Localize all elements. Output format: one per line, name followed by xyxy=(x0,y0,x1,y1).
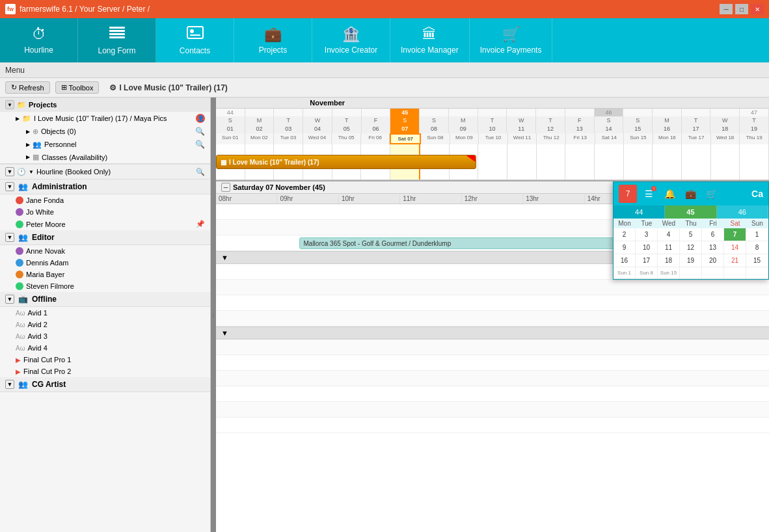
administration-group-header[interactable]: ▼ 👥 Administration xyxy=(0,180,210,194)
nav-contacts[interactable]: Contacts xyxy=(156,18,234,62)
editor-expand-icon[interactable]: ▼ xyxy=(221,254,228,261)
hourline-collapse[interactable]: ▼ xyxy=(5,167,14,176)
popup-cell-20[interactable]: 20 xyxy=(702,254,724,267)
person-anne-novak[interactable]: Anne Novak xyxy=(0,245,210,257)
dlabel-05[interactable]: Thu 05 xyxy=(332,133,361,144)
popup-cell-10[interactable]: 10 xyxy=(636,241,658,254)
popup-cell-13[interactable]: 13 xyxy=(702,241,724,254)
dlabel-07-selected[interactable]: Sat 07 xyxy=(390,133,421,144)
dlabel-19[interactable]: Thu 19 xyxy=(740,133,769,144)
popup-cell-16[interactable]: 16 xyxy=(614,254,636,267)
date-19[interactable]: 19 xyxy=(740,124,769,133)
dlabel-18[interactable]: Wed 18 xyxy=(711,133,740,144)
popup-cal-alert-icon[interactable]: 7 xyxy=(619,185,637,203)
refresh-button[interactable]: ↻ Refresh xyxy=(5,81,50,94)
popup-cal-cart-icon[interactable]: 🛒 xyxy=(702,185,720,203)
objects-item[interactable]: ▶ ⊕ Objects (0) 🔍 xyxy=(0,125,210,138)
date-12[interactable]: 12 xyxy=(536,124,565,133)
date-08[interactable]: 08 xyxy=(420,124,449,133)
dlabel-01[interactable]: Sun 01 xyxy=(216,133,245,144)
popup-cell-9[interactable]: 9 xyxy=(614,241,636,254)
window-controls[interactable]: ─ □ ✕ xyxy=(720,4,764,14)
popup-week-44[interactable]: 44 xyxy=(614,206,665,219)
menu-label[interactable]: Menu xyxy=(5,66,25,75)
dlabel-08[interactable]: Sun 08 xyxy=(421,133,450,144)
date-09[interactable]: 09 xyxy=(449,124,478,133)
popup-cell-18[interactable]: 18 xyxy=(658,254,680,267)
popup-cell-5[interactable]: 5 xyxy=(680,228,702,241)
dlabel-11[interactable]: Wed 11 xyxy=(508,133,537,144)
cgartist-group-header[interactable]: ▼ 👥 CG Artist xyxy=(0,377,210,392)
nav-invoice-manager[interactable]: 🏛 Invoice Manager xyxy=(390,18,470,62)
avid4-item[interactable]: Aω Avid 4 xyxy=(0,342,210,354)
date-06[interactable]: 06 xyxy=(362,124,391,133)
objects-search-icon[interactable]: 🔍 xyxy=(195,127,205,136)
popup-cell-1[interactable]: 1 xyxy=(746,228,768,241)
date-03[interactable]: 03 xyxy=(274,124,303,133)
project-item[interactable]: ▶ 📁 I Love Music (10" Trailer) (17) / Ma… xyxy=(0,112,210,125)
classes-item[interactable]: ▶ ▦ Classes (Availability) xyxy=(0,151,210,163)
avid3-item[interactable]: Aω Avid 3 xyxy=(0,330,210,342)
offline-group-header[interactable]: ▼ 📺 Offline xyxy=(0,292,210,307)
popup-cell-2[interactable]: 2 xyxy=(614,228,636,241)
nav-invoice-payments[interactable]: 🛒 Invoice Payments xyxy=(470,18,553,62)
date-02[interactable]: 02 xyxy=(245,124,275,133)
dlabel-09[interactable]: Mon 09 xyxy=(450,133,479,144)
date-15[interactable]: 15 xyxy=(623,124,653,133)
dlabel-17[interactable]: Tue 17 xyxy=(682,133,711,144)
popup-cell-15[interactable]: 15 xyxy=(746,254,768,267)
date-14[interactable]: 14 xyxy=(595,124,624,133)
avid2-item[interactable]: Aω Avid 2 xyxy=(0,319,210,330)
date-07[interactable]: 07 xyxy=(390,124,420,133)
nav-longform[interactable]: Long Form xyxy=(78,18,156,62)
dlabel-02[interactable]: Mon 02 xyxy=(245,133,275,144)
personnel-search-icon[interactable]: 🔍 xyxy=(195,140,205,149)
dlabel-04[interactable]: Wed 04 xyxy=(303,133,332,144)
dlabel-06[interactable]: Fri 06 xyxy=(361,133,390,144)
popup-cell-sun-1-label[interactable]: Sun 1 xyxy=(614,267,636,279)
date-10[interactable]: 10 xyxy=(478,124,507,133)
popup-week-46[interactable]: 46 xyxy=(717,206,768,219)
nav-projects[interactable]: 💼 Projects xyxy=(234,18,312,62)
popup-cell-17[interactable]: 17 xyxy=(636,254,658,267)
close-button[interactable]: ✕ xyxy=(751,4,764,14)
projects-expand[interactable]: ▼ xyxy=(5,100,14,109)
hourline-search-icon[interactable]: 🔍 xyxy=(196,168,205,176)
popup-cell-6[interactable]: 6 xyxy=(702,228,724,241)
date-16[interactable]: 16 xyxy=(653,124,682,133)
date-18[interactable]: 18 xyxy=(710,124,740,133)
popup-cell-sun-8-label[interactable]: Sun 8 xyxy=(636,267,658,279)
resize-handle[interactable]: ⋮ xyxy=(211,98,216,532)
date-04[interactable]: 04 xyxy=(303,124,332,133)
popup-cal-list-icon[interactable]: ☰ ! xyxy=(640,185,658,203)
nav-invoice-creator[interactable]: 🏦 Invoice Creator xyxy=(312,18,390,62)
popup-cell-12[interactable]: 12 xyxy=(680,241,702,254)
date-13[interactable]: 13 xyxy=(565,124,595,133)
popup-cell-7-sat[interactable]: 7 xyxy=(724,228,746,241)
booking-bar[interactable]: ▦ I Love Music (10" Trailer) (17) xyxy=(216,155,476,169)
popup-cell-21[interactable]: 21 xyxy=(724,254,746,267)
personnel-item[interactable]: ▶ 👥 Personnel 🔍 xyxy=(0,138,210,151)
admin-collapse-btn[interactable]: ▼ xyxy=(5,182,14,191)
date-01[interactable]: 01 xyxy=(216,124,245,133)
collapse-schedule-btn[interactable]: ─ xyxy=(221,183,230,192)
nav-hourline[interactable]: ⏱ Hourline xyxy=(0,18,78,62)
popup-cal-bell-icon[interactable]: 🔔 xyxy=(660,185,679,203)
toolbox-button[interactable]: ⊞ Toolbox xyxy=(55,81,100,94)
popup-cell-sun-15-label[interactable]: Sun 15 xyxy=(658,267,680,279)
person-maria-bayer[interactable]: Maria Bayer xyxy=(0,269,210,280)
popup-week-45[interactable]: 45 xyxy=(665,206,716,219)
offline-collapse-btn[interactable]: ▼ xyxy=(5,295,14,304)
popup-cell-14[interactable]: 14 xyxy=(724,241,746,254)
date-05[interactable]: 05 xyxy=(332,124,362,133)
fcp2-item[interactable]: ▶ Final Cut Pro 2 xyxy=(0,366,210,377)
popup-cell-11[interactable]: 11 xyxy=(658,241,680,254)
offline-expand-icon[interactable]: ▼ xyxy=(221,329,228,337)
editor-collapse-btn[interactable]: ▼ xyxy=(5,233,14,242)
date-11[interactable]: 11 xyxy=(507,124,536,133)
popup-cell-4[interactable]: 4 xyxy=(658,228,680,241)
popup-cell-19[interactable]: 19 xyxy=(680,254,702,267)
dlabel-12[interactable]: Thu 12 xyxy=(537,133,566,144)
popup-cell-8[interactable]: 8 xyxy=(746,241,768,254)
dlabel-10[interactable]: Tue 10 xyxy=(479,133,508,144)
